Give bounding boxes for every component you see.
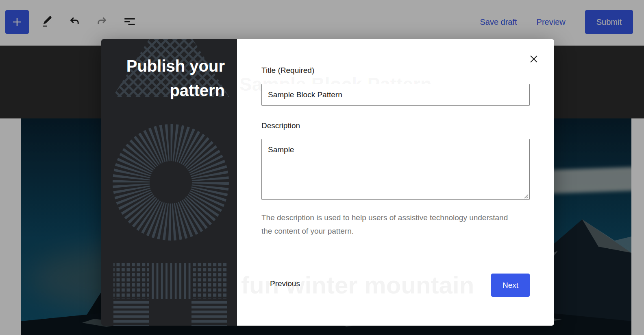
title-input[interactable]	[261, 84, 530, 106]
modal-title: Publish your pattern	[110, 54, 225, 103]
close-icon	[529, 55, 538, 63]
previous-button[interactable]: Previous	[270, 279, 300, 288]
pattern-editor-screen: Save draft Preview Submit	[0, 0, 644, 335]
close-button[interactable]	[527, 53, 540, 66]
modal-form-panel: Sample Block Pattern fun winter mountain…	[237, 39, 554, 326]
next-button[interactable]: Next	[491, 274, 530, 297]
description-field-label: Description	[261, 121, 300, 130]
description-help-text: The description is used to help users of…	[261, 211, 514, 238]
description-textarea[interactable]: Sample	[261, 139, 530, 200]
publish-pattern-modal: Publish your pattern Sample Block Patter…	[101, 39, 554, 326]
modal-decorative-sidebar: Publish your pattern	[101, 39, 237, 326]
title-field-label: Title (Required)	[261, 66, 314, 75]
